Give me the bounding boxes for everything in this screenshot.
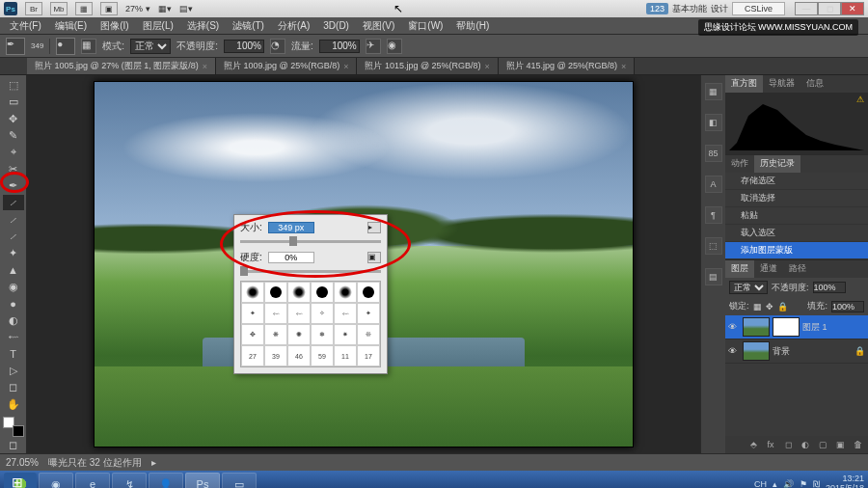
- layer-blend-select[interactable]: 正常: [729, 281, 768, 294]
- brush-preset[interactable]: ✦: [241, 303, 264, 324]
- brush-preset[interactable]: 17: [357, 345, 380, 366]
- lock-all-icon[interactable]: 🔒: [777, 302, 788, 312]
- brush-hardness-slider[interactable]: [240, 270, 381, 273]
- lasso-tool[interactable]: ✥: [3, 111, 24, 126]
- new-preset-icon[interactable]: ▣: [367, 252, 381, 263]
- start-button[interactable]: [4, 473, 37, 488]
- clock[interactable]: 13:21 2015/5/18: [826, 474, 864, 488]
- titlebar-view-dropdown[interactable]: ▦▾: [158, 4, 172, 14]
- rail-icon-5[interactable]: ⬚: [705, 237, 722, 255]
- pressure-size-icon[interactable]: ◉: [387, 39, 402, 54]
- eraser-tool[interactable]: ✦: [3, 245, 24, 260]
- history-item[interactable]: 添加图层蒙版: [725, 242, 868, 259]
- brush-preset[interactable]: 46: [287, 345, 311, 366]
- taskbar-app[interactable]: 👤: [149, 473, 183, 488]
- gradient-tool[interactable]: ▲: [3, 262, 24, 278]
- volume-icon[interactable]: 🔊: [783, 479, 794, 488]
- histogram-warning-icon[interactable]: ⚠: [856, 95, 864, 104]
- color-swatches[interactable]: [3, 417, 24, 436]
- menu-layer[interactable]: 图层(L): [137, 17, 179, 35]
- menu-help[interactable]: 帮助(H): [450, 17, 495, 35]
- titlebar-zoom[interactable]: 27% ▾: [125, 4, 150, 14]
- menu-select[interactable]: 选择(S): [181, 17, 225, 35]
- tray-icon[interactable]: ▴: [773, 479, 777, 488]
- tab-layers[interactable]: 图层: [725, 260, 754, 278]
- taskbar-app[interactable]: e: [75, 473, 110, 488]
- tab-history[interactable]: 历史记录: [754, 155, 800, 173]
- layer-row[interactable]: 👁 背景 🔒: [725, 339, 868, 364]
- brush-preset[interactable]: ⬳: [287, 303, 311, 324]
- taskbar-app-active[interactable]: Ps: [185, 473, 220, 488]
- close-icon[interactable]: ×: [203, 62, 207, 71]
- history-brush-tool[interactable]: ⟋: [3, 229, 24, 244]
- doc-tab-3[interactable]: 照片 415.jpg @ 25%(RGB/8)×: [499, 58, 635, 74]
- dodge-tool[interactable]: ●: [3, 295, 24, 311]
- blend-mode-select[interactable]: 正常: [130, 39, 171, 54]
- visibility-icon[interactable]: 👁: [728, 322, 740, 332]
- brush-preset-button[interactable]: ●: [56, 38, 75, 55]
- tab-navigator[interactable]: 导航器: [763, 75, 800, 93]
- history-item[interactable]: 取消选择: [725, 190, 868, 207]
- brush-preset[interactable]: [357, 282, 380, 303]
- tab-channels[interactable]: 通道: [754, 260, 783, 278]
- minibridge-button[interactable]: Mb: [50, 2, 68, 15]
- rail-icon-0[interactable]: ▦: [705, 83, 722, 100]
- visibility-icon[interactable]: 👁: [728, 346, 740, 356]
- brush-preset[interactable]: ⬳: [264, 303, 287, 324]
- tray-icon[interactable]: ₪: [813, 479, 820, 488]
- stamp-tool[interactable]: ⟋: [3, 211, 24, 227]
- adjust-icon[interactable]: ◐: [799, 438, 812, 451]
- history-item[interactable]: 载入选区: [725, 225, 868, 242]
- lock-pixels-icon[interactable]: ▦: [753, 302, 762, 312]
- close-button[interactable]: ✕: [841, 2, 864, 15]
- blur-tool[interactable]: ◉: [3, 279, 24, 294]
- brush-tool[interactable]: ⟋: [3, 195, 24, 210]
- healing-tool[interactable]: ✒: [3, 178, 24, 194]
- brush-preset[interactable]: ✥: [241, 324, 264, 345]
- mask-icon[interactable]: ◻: [781, 438, 795, 451]
- airbrush-icon[interactable]: ✈: [366, 39, 381, 54]
- extras-button[interactable]: ▦: [75, 2, 93, 15]
- brush-preset[interactable]: ✧: [311, 303, 334, 324]
- marquee-tool[interactable]: ▭: [3, 94, 24, 109]
- menu-analysis[interactable]: 分析(A): [272, 17, 315, 35]
- shape-tool[interactable]: ▷: [3, 363, 24, 378]
- layer-name[interactable]: 图层 1: [802, 321, 827, 334]
- minimize-button[interactable]: —: [795, 2, 818, 15]
- crop-tool[interactable]: ⌖: [3, 145, 24, 160]
- eyedropper-tool[interactable]: ✂: [3, 161, 24, 176]
- pen-tool[interactable]: ◐: [3, 312, 24, 328]
- zoom-tool[interactable]: ✋: [3, 396, 24, 412]
- fx-icon[interactable]: fx: [764, 438, 777, 451]
- wand-tool[interactable]: ✎: [3, 127, 24, 143]
- taskbar-app[interactable]: ▭: [222, 473, 257, 488]
- brush-preset[interactable]: [264, 282, 287, 303]
- menu-edit[interactable]: 编辑(E): [49, 17, 93, 35]
- link-icon[interactable]: ⬘: [746, 438, 760, 451]
- brush-preset[interactable]: 59: [311, 345, 334, 366]
- brush-preset[interactable]: ❊: [357, 324, 380, 345]
- popup-flyout-icon[interactable]: ▸: [367, 222, 381, 233]
- opacity-input[interactable]: [224, 40, 264, 53]
- close-icon[interactable]: ×: [621, 62, 626, 71]
- menu-view[interactable]: 视图(V): [357, 17, 400, 35]
- taskbar-app[interactable]: ◉: [39, 473, 73, 488]
- doc-tab-0[interactable]: 照片 1005.jpg @ 27% (图层 1, 图层蒙版/8)×: [27, 58, 216, 74]
- lock-position-icon[interactable]: ✥: [766, 302, 773, 312]
- new-layer-icon[interactable]: ▣: [833, 438, 847, 451]
- tool-preset-button[interactable]: ✒: [6, 38, 25, 55]
- rail-icon-4[interactable]: ¶: [705, 206, 722, 224]
- tab-actions[interactable]: 动作: [725, 155, 754, 173]
- layer-mask-thumb[interactable]: [773, 317, 800, 337]
- tab-paths[interactable]: 路径: [783, 260, 812, 278]
- screen-mode-button[interactable]: ▣: [100, 2, 118, 15]
- bridge-button[interactable]: Br: [25, 2, 42, 15]
- menu-image[interactable]: 图像(I): [95, 17, 134, 35]
- trash-icon[interactable]: 🗑: [851, 438, 864, 451]
- layer-row[interactable]: 👁 图层 1: [725, 315, 868, 339]
- group-icon[interactable]: ▢: [816, 438, 829, 451]
- titlebar-arrange-dropdown[interactable]: ▤▾: [179, 4, 193, 14]
- layer-thumb[interactable]: [743, 341, 770, 361]
- rail-icon-2[interactable]: 85: [705, 145, 722, 162]
- menu-file[interactable]: 文件(F): [4, 17, 47, 35]
